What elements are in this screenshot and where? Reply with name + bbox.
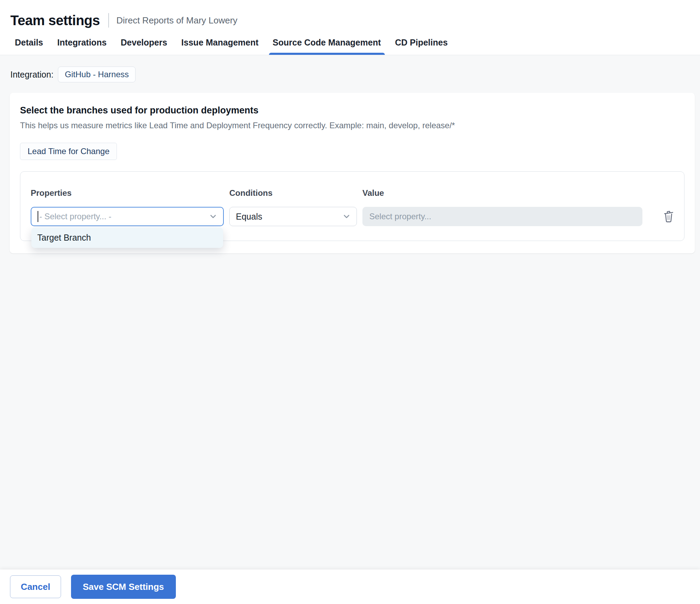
title-row: Team settings Direct Reports of Mary Low… — [0, 0, 700, 30]
value-input[interactable] — [362, 207, 642, 226]
properties-column-header: Properties — [31, 188, 224, 198]
lead-time-chip[interactable]: Lead Time for Change — [20, 143, 117, 160]
rule-header-row: Properties Conditions Value — [31, 188, 674, 207]
card-title: Select the branches used for production … — [20, 105, 684, 116]
tab-cd-pipelines[interactable]: CD Pipelines — [395, 30, 448, 55]
branch-rule-panel: Properties Conditions Value - Select pro… — [20, 171, 684, 241]
cancel-button[interactable]: Cancel — [10, 575, 61, 598]
property-dropdown: Target Branch — [31, 228, 223, 248]
chevron-down-icon — [209, 212, 218, 221]
tab-developers[interactable]: Developers — [121, 30, 167, 55]
trash-icon — [662, 209, 675, 223]
conditions-column-header: Conditions — [229, 188, 357, 198]
property-select[interactable]: - Select property... - Target Branch — [31, 207, 224, 226]
tab-details[interactable]: Details — [15, 30, 43, 55]
save-scm-settings-button[interactable]: Save SCM Settings — [71, 575, 176, 599]
page-title: Team settings — [10, 13, 100, 28]
page-header: Team settings Direct Reports of Mary Low… — [0, 0, 700, 55]
footer-bar: Cancel Save SCM Settings — [0, 570, 700, 604]
title-divider — [108, 13, 109, 28]
condition-select[interactable]: Equals — [229, 207, 357, 226]
integration-label: Integration: — [10, 70, 53, 80]
main-content: Integration: GitHub - Harness Select the… — [0, 55, 700, 570]
text-caret — [38, 211, 38, 222]
condition-select-value: Equals — [236, 212, 262, 222]
integration-chip[interactable]: GitHub - Harness — [58, 67, 136, 82]
value-column-header: Value — [362, 188, 642, 198]
integration-row: Integration: GitHub - Harness — [10, 67, 700, 82]
rule-control-row: - Select property... - Target Branch Equ… — [31, 207, 674, 226]
scm-settings-card: Select the branches used for production … — [10, 93, 695, 253]
page-subtitle: Direct Reports of Mary Lowery — [117, 15, 238, 26]
chevron-down-icon — [342, 212, 351, 221]
property-select-placeholder: - Select property... - — [39, 212, 111, 221]
tab-bar: Details Integrations Developers Issue Ma… — [0, 30, 700, 55]
dropdown-option-target-branch[interactable]: Target Branch — [31, 228, 223, 248]
card-description: This helps us measure metrics like Lead … — [20, 121, 684, 130]
tab-integrations[interactable]: Integrations — [57, 30, 107, 55]
tab-source-code-management[interactable]: Source Code Management — [273, 30, 381, 55]
delete-rule-button[interactable] — [662, 209, 676, 224]
tab-issue-management[interactable]: Issue Management — [181, 30, 259, 55]
